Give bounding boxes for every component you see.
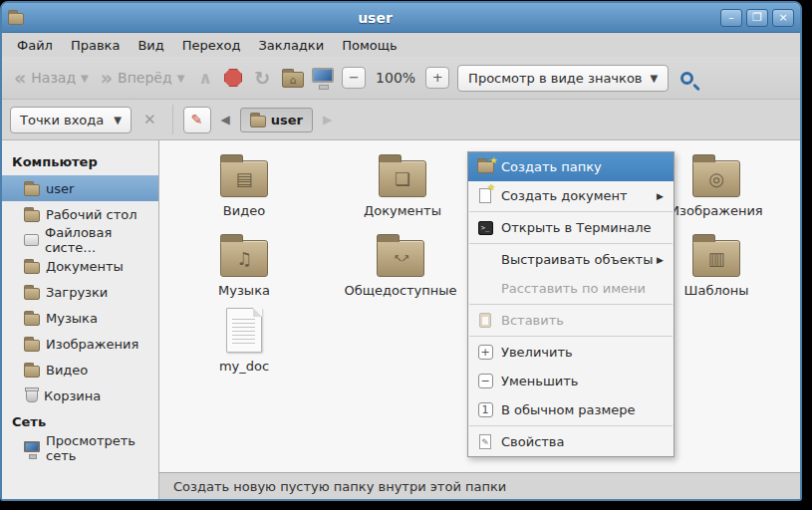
file-item-изображения[interactable]: ◎Изображения	[661, 152, 772, 218]
sidebar-item-документы[interactable]: Документы	[2, 253, 158, 279]
title-bar[interactable]: user – ❐ ×	[2, 3, 800, 33]
square-icon: 1	[475, 402, 495, 417]
context-menu-item-в-обычном-размере[interactable]: 1В обычном размере	[468, 395, 674, 424]
stop-button[interactable]	[224, 69, 242, 87]
forward-button[interactable]: » Вперёд ▼	[99, 66, 187, 90]
sidebar-item-user[interactable]: user	[2, 175, 158, 201]
window-home-folder-icon	[8, 13, 24, 25]
sidebar-section-header: Сеть	[2, 408, 158, 435]
folder-icon	[24, 340, 40, 352]
back-icon: «	[14, 71, 26, 85]
close-button[interactable]: ×	[772, 9, 794, 27]
file-item-видео[interactable]: ▤Видео	[188, 152, 300, 218]
maximize-button[interactable]: ❐	[746, 9, 768, 27]
menubar-item[interactable]: Вид	[129, 35, 172, 56]
context-menu-item-расставить-по-имени: Расставить по имени	[468, 274, 674, 303]
context-menu-item-вставить: Вставить	[468, 306, 674, 335]
sidebar-item-label: Корзина	[44, 388, 101, 403]
folder-icon	[24, 210, 40, 222]
status-bar: Создать новую пустую папку внутри этой п…	[159, 472, 800, 499]
sidebar-section-header: Компьютер	[2, 148, 158, 175]
view-mode-selector[interactable]: Просмотр в виде значков ▼	[457, 65, 669, 92]
sidebar-item-музыка[interactable]: Музыка	[2, 305, 158, 331]
up-button[interactable]: ∧	[194, 68, 216, 88]
pictures-emblem-icon: ◎	[708, 170, 724, 188]
context-menu-item-свойства[interactable]: ✎Свойства	[468, 427, 674, 456]
home-button[interactable]: ⌂	[282, 72, 304, 88]
file-label: Документы	[364, 203, 441, 218]
video-emblem-icon: ▤	[235, 170, 252, 188]
menubar-item[interactable]: Переход	[173, 35, 250, 56]
submenu-arrow-icon: ▶	[657, 255, 664, 265]
submenu-arrow-icon: ▶	[657, 191, 664, 201]
context-menu-item-открыть-в-терминале[interactable]: >_Открыть в Терминале	[468, 213, 674, 242]
folder-icon: ♫	[220, 240, 268, 277]
sidebar-item-label: Изображения	[46, 337, 138, 352]
sidebar-item-загрузки[interactable]: Загрузки	[2, 279, 158, 305]
sidebar-item-label: Загрузки	[46, 285, 108, 300]
context-menu-item-увеличить[interactable]: +Увеличить	[468, 338, 674, 367]
sidebar-item-изображения[interactable]: Изображения	[2, 331, 158, 357]
file-label: Общедоступные	[344, 283, 456, 298]
breadcrumb-left-arrow[interactable]: ◀	[217, 113, 234, 127]
location-bar: Точки входа ▼ ✕ ✎ ◀ user ▶	[2, 100, 800, 140]
file-item-документы[interactable]: ❏Документы	[347, 152, 458, 218]
zoom-in-button[interactable]: +	[425, 67, 449, 89]
places-combo[interactable]: Точки входа ▼	[10, 107, 132, 133]
context-menu-item-label: Создать документ	[501, 188, 628, 203]
sidebar-item-просмотреть-сеть[interactable]: Просмотреть сеть	[2, 435, 158, 461]
menubar-item[interactable]: Помощь	[333, 35, 406, 56]
computer-button[interactable]	[312, 68, 334, 83]
folder-icon: ❏	[379, 160, 426, 197]
menubar-item[interactable]: Закладки	[249, 35, 333, 56]
back-history-dropdown-icon[interactable]: ▼	[81, 73, 89, 84]
close-sidebar-button[interactable]: ✕	[137, 109, 162, 130]
breadcrumb-label: user	[271, 113, 303, 128]
menu-separator	[469, 336, 673, 337]
sidebar: КомпьютерuserРабочий столФайловая систе……	[2, 140, 159, 499]
context-menu-item-выстраивать-объекты[interactable]: Выстраивать объекты▶	[468, 245, 674, 274]
square-icon: −	[475, 374, 495, 388]
menu-separator	[469, 211, 673, 212]
context-menu-item-создать-папку[interactable]: Создать папку	[468, 152, 674, 181]
pencil-icon: ✎	[191, 112, 203, 128]
filesystem-icon	[24, 234, 39, 246]
new-document-icon	[475, 188, 495, 203]
folder-icon: ▥	[692, 240, 740, 277]
sidebar-item-файловая-систе-[interactable]: Файловая систе…	[2, 227, 158, 253]
templates-emblem-icon: ▥	[707, 250, 724, 268]
context-menu-item-создать-документ[interactable]: Создать документ▶	[468, 181, 674, 210]
file-item-шаблоны[interactable]: ▥Шаблоны	[661, 232, 772, 298]
context-menu-item-label: Открыть в Терминале	[501, 220, 652, 235]
sidebar-item-корзина[interactable]: Корзина	[2, 382, 158, 408]
context-menu-item-label: Свойства	[501, 434, 565, 449]
breadcrumb[interactable]: user	[240, 108, 313, 132]
sidebar-item-label: Рабочий стол	[46, 207, 136, 222]
zoom-out-button[interactable]: −	[342, 67, 366, 89]
menu-separator	[469, 425, 673, 426]
menubar-item[interactable]: Правка	[62, 35, 129, 56]
refresh-button[interactable]: ↻	[250, 67, 274, 89]
back-button[interactable]: « Назад ▼	[12, 66, 91, 90]
edit-location-button[interactable]: ✎	[183, 107, 211, 133]
forward-icon: »	[101, 71, 113, 85]
sidebar-item-видео[interactable]: Видео	[2, 357, 158, 382]
folder-icon	[24, 314, 40, 326]
window-title: user	[30, 10, 720, 26]
terminal-icon: >_	[475, 221, 495, 235]
search-icon[interactable]	[680, 72, 693, 85]
menubar-item[interactable]: Файл	[8, 35, 62, 56]
file-label: Изображения	[670, 203, 762, 218]
folder-icon: ↖↗	[377, 240, 424, 277]
breadcrumb-right-arrow[interactable]: ▶	[319, 113, 336, 127]
sidebar-item-label: Просмотреть сеть	[46, 433, 154, 463]
file-item-музыка[interactable]: ♫Музыка	[188, 232, 300, 298]
context-menu: Создать папкуСоздать документ▶>_Открыть …	[467, 151, 675, 457]
files-area[interactable]: Создать папкуСоздать документ▶>_Открыть …	[159, 140, 800, 472]
forward-history-dropdown-icon[interactable]: ▼	[177, 73, 185, 84]
sidebar-item-рабочий-стол[interactable]: Рабочий стол	[2, 201, 158, 227]
context-menu-item-уменьшить[interactable]: −Уменьшить	[468, 367, 674, 395]
file-item-общедоступные[interactable]: ↖↗Общедоступные	[345, 232, 456, 298]
minimize-button[interactable]: –	[720, 9, 742, 27]
file-item-my_doc[interactable]: my_doc	[188, 304, 300, 374]
